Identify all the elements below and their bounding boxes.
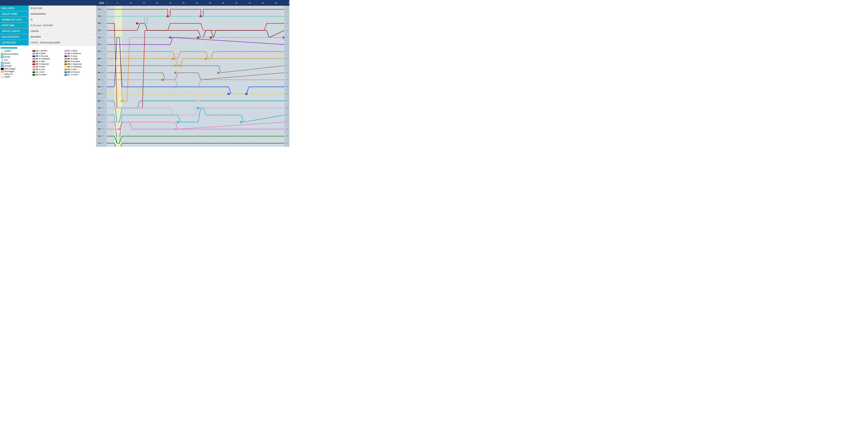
pos-row-right: 18: [284, 126, 289, 133]
pos-row-right: 13: [284, 90, 289, 97]
key-pitstop: P Pit stop: [1, 56, 32, 58]
key-driver-item: CL: C Leclerc: [64, 74, 95, 76]
safety-car-box: [1, 73, 4, 75]
key-driver-item: DR: D Ricciardo: [33, 55, 63, 57]
pos-row-left: NH 13: [96, 90, 107, 97]
lap-tick: 1: [106, 2, 107, 4]
key-driver-item: LH: L Hamilton: [33, 50, 63, 52]
key-penalty: Ps Penalty: [1, 62, 32, 64]
pos-row-left: KR 3: [96, 20, 107, 27]
pos-row-right: 4: [284, 27, 289, 34]
pos-row-left: DR 12: [96, 83, 107, 90]
info-value: HUNGARORING: [29, 11, 96, 17]
key-accident: ★ Accident: [1, 50, 32, 53]
key-grid: ★ Accident M Mechanical failure P Pit st…: [1, 50, 95, 78]
lap-tick: 5: [117, 2, 118, 4]
pos-row-left: SP 18: [96, 126, 107, 133]
pos-row-right: 14: [284, 97, 289, 104]
key-driver-item: LS: L Stroll: [33, 71, 63, 73]
driver-dot: [64, 56, 67, 57]
pos-row-left: CL 16: [96, 112, 107, 119]
key-driver-item: EO: E Ocon: [33, 68, 63, 71]
info-row: CIRCUIT LENGTH: 4.381KM: [0, 28, 96, 34]
pos-row-right: 2: [284, 13, 289, 20]
pos-row-right: 16: [284, 112, 289, 119]
info-label: CIRCUIT NAME:: [0, 11, 29, 17]
key-driver-item: SD: S Vandoorne: [64, 53, 95, 55]
pos-row-right: 6: [284, 41, 289, 48]
info-value: 70: [29, 17, 96, 23]
info-label: LAP RECORD:: [0, 40, 29, 45]
pos-row-left: PG 6: [96, 41, 107, 48]
pos-row-left: RG 10: [96, 69, 107, 76]
info-row: LAP RECORD: 1:19.071 - M Schumacher [200…: [0, 40, 96, 45]
key-driver-item: RG: R Grosjean: [64, 60, 95, 63]
driver-dot: [64, 69, 67, 70]
driver-dot: [33, 58, 35, 60]
driver-dot: [33, 74, 35, 76]
pos-row-left: VB 2: [96, 13, 107, 20]
pos-row-right: 7: [284, 48, 289, 55]
info-label: START TIME: [0, 23, 29, 28]
pos-row-right: 19: [284, 133, 289, 139]
star-icon: ★: [1, 50, 4, 53]
info-section: RACE DATE: 29 JUL 2018 CIRCUIT NAME: HUN…: [0, 5, 96, 45]
grid-label: Grid: [96, 0, 107, 6]
lap-tick: 15: [143, 2, 145, 4]
ps-symbol: Ps: [1, 62, 4, 64]
position-labels-left: LH 1 VB 2 KR 3 SV 4 CS 5 PG 6 MV 7 BH 8 …: [96, 6, 107, 147]
driver-dot: [33, 66, 35, 68]
driver-dot: [33, 63, 35, 65]
lap-tick: 70: [288, 2, 289, 4]
key-header: [1, 47, 17, 49]
pos-row-right: 10: [284, 69, 289, 76]
pos-row-left: SD 15: [96, 104, 107, 111]
key-driver-item: KM: K Magnussen: [64, 63, 95, 65]
e-symbol: E: [1, 65, 4, 67]
lap-tick: 35: [196, 2, 198, 4]
key-driver-item: ME: M Ericsson: [64, 71, 95, 73]
lap-tick: 20: [156, 2, 158, 4]
driver-dot: [64, 58, 67, 60]
info-value: 1:19.071 - M Schumacher [2004]: [29, 40, 96, 45]
black-flag-box: [1, 68, 4, 70]
lap-tick: 45: [222, 2, 224, 4]
info-value: 15:10 Local - 13:10 GMT: [29, 23, 96, 28]
pos-row-right: 17: [284, 119, 289, 125]
lap-tick: 30: [183, 2, 185, 4]
race-chart-canvas: [107, 6, 284, 147]
info-row: RACE DISTANCE: 306.630KM: [0, 34, 96, 40]
key-driver-item: SV: S Vettel: [33, 60, 63, 63]
left-panel: RACE DATE: 29 JUL 2018 CIRCUIT NAME: HUN…: [0, 0, 96, 147]
driver-dot: [64, 50, 67, 52]
driver-dot: [64, 63, 67, 65]
pos-row-left: ME 14: [96, 97, 107, 104]
position-labels-right: 1234567891011121314151617181920: [284, 6, 289, 147]
info-row: START TIME 15:10 Local - 13:10 GMT: [0, 23, 96, 28]
info-row: RACE DATE: 29 JUL 2018: [0, 5, 96, 11]
spin-icon: ⊙: [1, 59, 4, 62]
right-panel: Grid 1510152025303540455055606570 LH 1 V…: [96, 0, 289, 147]
pos-row-right: 11: [284, 76, 289, 83]
info-value: 29 JUL 2018: [29, 5, 96, 11]
round-header: [0, 0, 96, 5]
lap-tick: 55: [249, 2, 251, 4]
key-col-symbols: ★ Accident M Mechanical failure P Pit st…: [1, 50, 32, 78]
driver-dot: [64, 71, 67, 73]
key-driver-item: NH: N Hulkenberg: [64, 66, 95, 68]
pos-row-left: SV 4: [96, 27, 107, 34]
lap-tick: 25: [169, 2, 171, 4]
pos-row-left: MV 7: [96, 48, 107, 55]
driver-dot: [33, 56, 35, 57]
pos-row-left: CS 5: [96, 34, 107, 41]
driver-dot: [33, 71, 35, 73]
info-label: NUMBER OF LAPS:: [0, 17, 29, 23]
pos-row-right: 5: [284, 34, 289, 41]
pos-row-left: KM 9: [96, 62, 107, 69]
driver-dot: [64, 61, 67, 62]
pos-row-right: 20: [284, 140, 289, 147]
pos-row-left: FA 11: [96, 76, 107, 83]
driver-dot: [33, 69, 35, 70]
driver-dot: [33, 61, 35, 62]
key-driver-item: CS: C Sainz: [64, 68, 95, 71]
